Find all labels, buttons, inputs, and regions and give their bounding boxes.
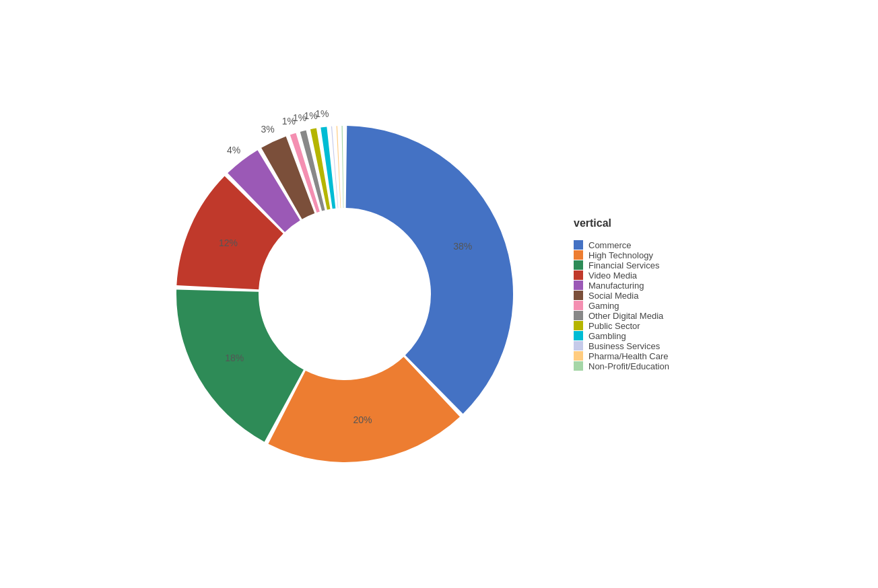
donut-segment [346, 126, 513, 414]
legend-item: Video Media [574, 270, 722, 281]
legend-swatch [574, 341, 583, 351]
legend-swatch [574, 361, 583, 371]
legend-label: Commerce [588, 240, 632, 250]
legend-label: Financial Services [588, 260, 660, 270]
legend-items: CommerceHigh TechnologyFinancial Service… [574, 240, 722, 371]
legend-item: Commerce [574, 240, 722, 250]
legend-label: High Technology [588, 250, 653, 260]
legend-item: Non-Profit/Education [574, 361, 722, 371]
legend-swatch [574, 321, 583, 330]
legend-swatch [574, 351, 583, 361]
legend-item: Pharma/Health Care [574, 351, 722, 361]
legend-item: Gambling [574, 331, 722, 341]
chart-container: 38%20%18%12%4%3%1%1%1%1% vertical Commer… [0, 0, 878, 588]
legend-label: Social Media [588, 291, 638, 301]
legend-label: Business Services [588, 341, 660, 351]
legend-swatch [574, 331, 583, 340]
legend-item: Gaming [574, 301, 722, 311]
legend-item: High Technology [574, 250, 722, 260]
legend-label: Non-Profit/Education [588, 361, 669, 371]
legend: vertical CommerceHigh TechnologyFinancia… [574, 217, 722, 371]
legend-swatch [574, 311, 583, 320]
legend-label: Manufacturing [588, 281, 644, 291]
legend-label: Public Sector [588, 321, 640, 331]
legend-title: vertical [574, 217, 722, 229]
legend-label: Video Media [588, 270, 637, 281]
legend-item: Other Digital Media [574, 311, 722, 321]
legend-item: Business Services [574, 341, 722, 351]
donut-svg [156, 106, 533, 482]
donut-segment [341, 126, 343, 208]
legend-swatch [574, 281, 583, 290]
legend-swatch [574, 291, 583, 300]
legend-swatch [574, 250, 583, 260]
legend-label: Gambling [588, 331, 626, 341]
legend-swatch [574, 270, 583, 280]
donut-chart: 38%20%18%12%4%3%1%1%1%1% [156, 106, 533, 482]
legend-item: Public Sector [574, 321, 722, 331]
legend-swatch [574, 301, 583, 310]
legend-item: Manufacturing [574, 281, 722, 291]
legend-item: Financial Services [574, 260, 722, 270]
legend-label: Other Digital Media [588, 311, 663, 321]
legend-swatch [574, 240, 583, 250]
legend-label: Pharma/Health Care [588, 351, 669, 361]
legend-swatch [574, 260, 583, 270]
legend-label: Gaming [588, 301, 619, 311]
legend-item: Social Media [574, 291, 722, 301]
